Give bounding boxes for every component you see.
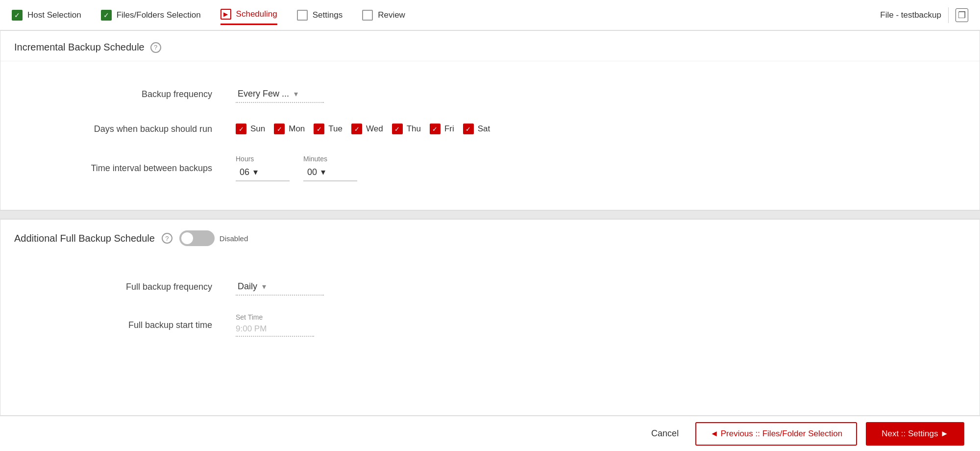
nav-item-host-selection[interactable]: ✓ Host Selection (12, 6, 81, 25)
scheduling-label: Scheduling (236, 9, 277, 19)
day-tue-checkbox[interactable]: ✓ (314, 124, 324, 134)
top-navigation: ✓ Host Selection ✓ Files/Folders Selecti… (0, 0, 980, 30)
day-tue: ✓ Tue (314, 124, 343, 134)
next-button-label: Next :: Settings ► (882, 429, 949, 439)
files-folders-check-icon: ✓ (101, 10, 112, 21)
backup-frequency-row: Backup frequency Every Few ... ▾ (0, 77, 980, 112)
day-fri-checkbox[interactable]: ✓ (430, 124, 441, 134)
additional-section-header: Additional Full Backup Schedule ? Disabl… (0, 220, 980, 254)
full-backup-frequency-value: Daily (238, 281, 257, 292)
day-wed-checkbox[interactable]: ✓ (351, 124, 362, 134)
file-label: File - testbackup (880, 10, 941, 20)
section-divider (0, 210, 980, 219)
incremental-section-title: Incremental Backup Schedule (14, 42, 145, 53)
toggle-label: Disabled (220, 234, 248, 243)
day-wed: ✓ Wed (351, 124, 383, 134)
days-control: ✓ Sun ✓ Mon ✓ Tue (236, 124, 950, 134)
backup-frequency-label: Backup frequency (30, 89, 236, 100)
incremental-backup-section: Incremental Backup Schedule ? Backup fre… (0, 30, 980, 210)
minutes-label: Minutes (303, 155, 357, 163)
minutes-select[interactable]: 00 ▾ (303, 164, 357, 181)
settings-label: Settings (313, 10, 343, 20)
backup-frequency-dropdown[interactable]: Every Few ... ▾ (236, 86, 324, 103)
day-fri-label: Fri (444, 124, 454, 134)
settings-empty-icon (297, 10, 308, 21)
additional-backup-section: Additional Full Backup Schedule ? Disabl… (0, 219, 980, 416)
nav-item-review[interactable]: Review (362, 6, 405, 25)
incremental-help-icon[interactable]: ? (150, 42, 161, 53)
full-backup-frequency-dropdown[interactable]: Daily ▾ (236, 278, 324, 296)
time-interval-control: Hours 06 ▾ Minutes 00 ▾ (236, 155, 950, 181)
additional-toggle[interactable] (179, 230, 215, 246)
days-label: Days when backup should run (30, 124, 236, 134)
day-sat: ✓ Sat (463, 124, 490, 134)
main-content: Incremental Backup Schedule ? Backup fre… (0, 30, 980, 451)
host-selection-check-icon: ✓ (12, 10, 23, 21)
additional-form-area: Full backup frequency Daily ▾ Full backu… (0, 254, 980, 365)
review-label: Review (378, 10, 405, 20)
day-mon-checkbox[interactable]: ✓ (274, 124, 285, 134)
full-backup-frequency-row: Full backup frequency Daily ▾ (0, 270, 980, 304)
nav-item-scheduling[interactable]: ▶ Scheduling (220, 5, 277, 25)
day-wed-label: Wed (366, 124, 383, 134)
minutes-value: 00 (307, 167, 317, 177)
day-tue-label: Tue (328, 124, 343, 134)
additional-help-icon[interactable]: ? (162, 233, 172, 244)
nav-item-settings[interactable]: Settings (297, 6, 343, 25)
day-mon: ✓ Mon (274, 124, 305, 134)
nav-divider (948, 7, 949, 23)
hours-arrow: ▾ (253, 167, 258, 177)
incremental-section-header: Incremental Backup Schedule ? (0, 31, 980, 61)
full-backup-frequency-control: Daily ▾ (236, 278, 950, 296)
day-thu: ✓ Thu (392, 124, 421, 134)
hours-label: Hours (236, 155, 290, 163)
day-sun-checkbox[interactable]: ✓ (236, 124, 246, 134)
hours-value: 06 (240, 167, 249, 177)
full-backup-start-time-label: Full backup start time (30, 320, 236, 330)
full-backup-frequency-arrow: ▾ (262, 282, 266, 291)
day-sun-label: Sun (250, 124, 265, 134)
hours-select[interactable]: 06 ▾ (236, 164, 290, 181)
review-empty-icon (362, 10, 373, 21)
day-sun: ✓ Sun (236, 124, 265, 134)
day-fri: ✓ Fri (430, 124, 454, 134)
day-thu-checkbox[interactable]: ✓ (392, 124, 403, 134)
edit-icon[interactable]: ❐ (956, 8, 968, 22)
full-backup-time-text: 9:00 PM (236, 324, 267, 333)
scheduling-play-icon: ▶ (220, 9, 231, 20)
next-button[interactable]: Next :: Settings ► (866, 422, 964, 446)
previous-button-label: ◄ Previous :: Files/Folder Selection (710, 429, 842, 439)
previous-button[interactable]: ◄ Previous :: Files/Folder Selection (695, 422, 857, 446)
set-time-label: Set Time (236, 313, 314, 321)
cancel-button[interactable]: Cancel (643, 424, 686, 444)
backup-frequency-control: Every Few ... ▾ (236, 86, 950, 103)
nav-right: File - testbackup ❐ (880, 7, 968, 23)
full-backup-start-time-control: Set Time 9:00 PM (236, 313, 950, 337)
full-backup-start-time-row: Full backup start time Set Time 9:00 PM (0, 304, 980, 346)
full-backup-time-value[interactable]: 9:00 PM (236, 324, 314, 337)
day-sat-label: Sat (478, 124, 490, 134)
time-interval-row: Time interval between backups Hours 06 ▾… (0, 146, 980, 190)
backup-frequency-arrow: ▾ (294, 89, 298, 99)
nav-item-files-folders[interactable]: ✓ Files/Folders Selection (101, 6, 201, 25)
files-folders-label: Files/Folders Selection (117, 10, 201, 20)
days-checkboxes: ✓ Sun ✓ Mon ✓ Tue (236, 124, 490, 134)
day-sat-checkbox[interactable]: ✓ (463, 124, 474, 134)
days-row: Days when backup should run ✓ Sun ✓ Mon (0, 112, 980, 146)
minutes-group: Minutes 00 ▾ (303, 155, 357, 181)
day-mon-label: Mon (289, 124, 305, 134)
toggle-knob (181, 232, 193, 244)
additional-section-title: Additional Full Backup Schedule (14, 233, 155, 244)
day-thu-label: Thu (407, 124, 421, 134)
bottom-bar: Cancel ◄ Previous :: Files/Folder Select… (0, 416, 980, 451)
hours-group: Hours 06 ▾ (236, 155, 290, 181)
full-backup-frequency-label: Full backup frequency (30, 282, 236, 292)
toggle-container: Disabled (179, 230, 248, 246)
host-selection-label: Host Selection (27, 10, 81, 20)
time-interval-label: Time interval between backups (30, 163, 236, 174)
backup-frequency-value: Every Few ... (238, 89, 289, 99)
incremental-form-area: Backup frequency Every Few ... ▾ Days wh… (0, 61, 980, 210)
minutes-arrow: ▾ (321, 167, 325, 177)
